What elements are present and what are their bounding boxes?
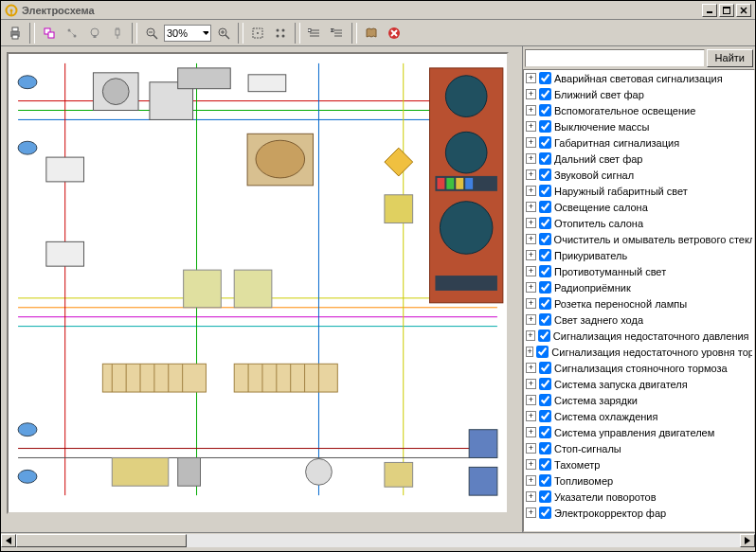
list-item[interactable]: +Розетка переносной лампы xyxy=(524,295,754,312)
list-item[interactable]: +Дальний свет фар xyxy=(524,151,754,167)
list-item[interactable]: +Отопитель салона xyxy=(524,215,754,231)
circuit-checkbox[interactable] xyxy=(539,362,551,374)
list-item[interactable]: +Сигнализация стояночного тормоза xyxy=(524,360,754,376)
expand-icon[interactable]: + xyxy=(526,105,536,116)
circuit-checkbox[interactable] xyxy=(539,233,551,245)
list-item[interactable]: +Аварийная световая сигнализация xyxy=(524,70,754,86)
circuit-checkbox[interactable] xyxy=(539,507,551,519)
circuit-checkbox[interactable] xyxy=(539,104,551,116)
list-item[interactable]: +Радиоприёмник xyxy=(524,279,754,295)
scroll-thumb[interactable] xyxy=(16,534,187,547)
circuit-checkbox[interactable] xyxy=(539,442,551,454)
find-button[interactable]: Найти xyxy=(707,49,753,67)
list-item[interactable]: +Тахометр xyxy=(524,456,754,472)
circuit-checkbox[interactable] xyxy=(539,281,551,294)
circuit-checkbox[interactable] xyxy=(539,265,551,277)
list-item[interactable]: +Габаритная сигнализация xyxy=(524,134,754,151)
expand-icon[interactable]: + xyxy=(526,475,536,486)
list-item[interactable]: +Звуковой сигнал xyxy=(524,167,754,183)
horizontal-scrollbar[interactable] xyxy=(1,532,755,547)
list-item[interactable]: +Вспомогательное освещение xyxy=(524,102,754,118)
expand-icon[interactable]: + xyxy=(526,282,536,293)
list-item[interactable]: +Система запуска двигателя xyxy=(524,376,754,392)
plug-button[interactable] xyxy=(107,23,128,44)
expand-icon[interactable]: + xyxy=(526,330,535,341)
circuit-checkbox[interactable] xyxy=(539,185,551,197)
list-item[interactable]: +Сигнализация недостаточного уровня торм… xyxy=(524,344,754,360)
circuit-checkbox[interactable] xyxy=(539,378,551,390)
zoom-input[interactable] xyxy=(167,27,203,39)
expand-icon[interactable]: + xyxy=(526,137,536,148)
expand-icon[interactable]: + xyxy=(526,314,536,325)
expand-icon[interactable]: + xyxy=(526,298,536,309)
expand-icon[interactable]: + xyxy=(526,363,536,373)
close-button[interactable] xyxy=(736,4,751,17)
list-item[interactable]: +Выключение массы xyxy=(524,118,754,134)
expand-icon[interactable]: + xyxy=(526,491,536,502)
circuit-checkbox[interactable] xyxy=(539,394,551,406)
list-item[interactable]: +Система зарядки xyxy=(524,392,754,408)
circuit-checkbox[interactable] xyxy=(539,426,551,438)
expand-icon[interactable]: + xyxy=(526,266,536,276)
expand-icon[interactable]: + xyxy=(526,459,536,470)
zoom-combo[interactable] xyxy=(164,25,211,42)
circuit-checkbox[interactable] xyxy=(539,249,551,261)
scroll-track[interactable] xyxy=(16,534,740,547)
nodes-button[interactable] xyxy=(270,23,291,44)
circuit-checkbox[interactable] xyxy=(539,201,551,213)
list-item[interactable]: +Система охлаждения xyxy=(524,408,754,424)
expand-icon[interactable]: + xyxy=(526,121,536,132)
zoom-out-button[interactable] xyxy=(141,23,162,44)
expand-icon[interactable]: + xyxy=(526,153,536,164)
circuit-checkbox[interactable] xyxy=(539,410,551,422)
list-item[interactable]: +Прикуриватель xyxy=(524,247,754,263)
list-item[interactable]: +Наружный габаритный свет xyxy=(524,183,754,199)
expand-icon[interactable]: + xyxy=(526,250,536,260)
list-item[interactable]: +Электрокорректор фар xyxy=(524,505,754,521)
list-item[interactable]: +Система управления двигателем xyxy=(524,424,754,440)
circuit-list[interactable]: +Аварийная световая сигнализация+Ближний… xyxy=(523,69,755,532)
expand-icon[interactable]: + xyxy=(526,169,536,180)
circuit-checkbox[interactable] xyxy=(539,88,551,100)
list-item[interactable]: +Указатели поворотов xyxy=(524,489,754,505)
list-item[interactable]: +Противотуманный свет xyxy=(524,263,754,279)
expand-icon[interactable]: + xyxy=(526,395,536,405)
layers-button[interactable] xyxy=(39,23,60,44)
list-item[interactable]: +Сигнализация недостаточного давления ма… xyxy=(524,328,754,344)
circuit-checkbox[interactable] xyxy=(536,346,549,358)
expand-icon[interactable]: + xyxy=(526,379,536,389)
stop-button[interactable] xyxy=(384,23,405,44)
circuit-checkbox[interactable] xyxy=(539,474,551,487)
bulb-button[interactable] xyxy=(84,23,105,44)
expand-icon[interactable]: + xyxy=(526,443,536,454)
expand-icon[interactable]: + xyxy=(526,89,536,99)
zoom-in-button[interactable] xyxy=(213,23,234,44)
search-input[interactable] xyxy=(525,49,705,67)
expand-icon[interactable]: + xyxy=(526,347,533,357)
expand-icon[interactable]: + xyxy=(526,202,536,212)
circuit-checkbox[interactable] xyxy=(539,297,551,310)
circuit-checkbox[interactable] xyxy=(539,136,551,149)
scroll-right-button[interactable] xyxy=(740,534,755,547)
diagram-viewport[interactable] xyxy=(7,52,509,514)
list-item[interactable]: +Свет заднего хода xyxy=(524,312,754,328)
expand-icon[interactable]: + xyxy=(526,186,536,196)
circuit-checkbox[interactable] xyxy=(539,490,551,503)
list-expand-button[interactable] xyxy=(327,23,348,44)
scroll-left-button[interactable] xyxy=(1,534,16,547)
circuit-checkbox[interactable] xyxy=(539,72,551,84)
list-item[interactable]: +Очиститель и омыватель ветрового стекла xyxy=(524,231,754,247)
expand-icon[interactable]: + xyxy=(526,411,536,421)
circuit-checkbox[interactable] xyxy=(539,217,551,229)
expand-icon[interactable]: + xyxy=(526,427,536,437)
circuit-checkbox[interactable] xyxy=(539,152,551,165)
maximize-button[interactable] xyxy=(719,4,734,17)
list-item[interactable]: +Освещение салона xyxy=(524,199,754,215)
list-item[interactable]: +Стоп-сигналы xyxy=(524,440,754,456)
expand-icon[interactable]: + xyxy=(526,507,536,518)
circuit-checkbox[interactable] xyxy=(539,458,551,471)
expand-icon[interactable]: + xyxy=(526,218,536,228)
list-item[interactable]: +Ближний свет фар xyxy=(524,86,754,102)
list-item[interactable]: +Топливомер xyxy=(524,472,754,489)
circuit-checkbox[interactable] xyxy=(539,169,551,181)
